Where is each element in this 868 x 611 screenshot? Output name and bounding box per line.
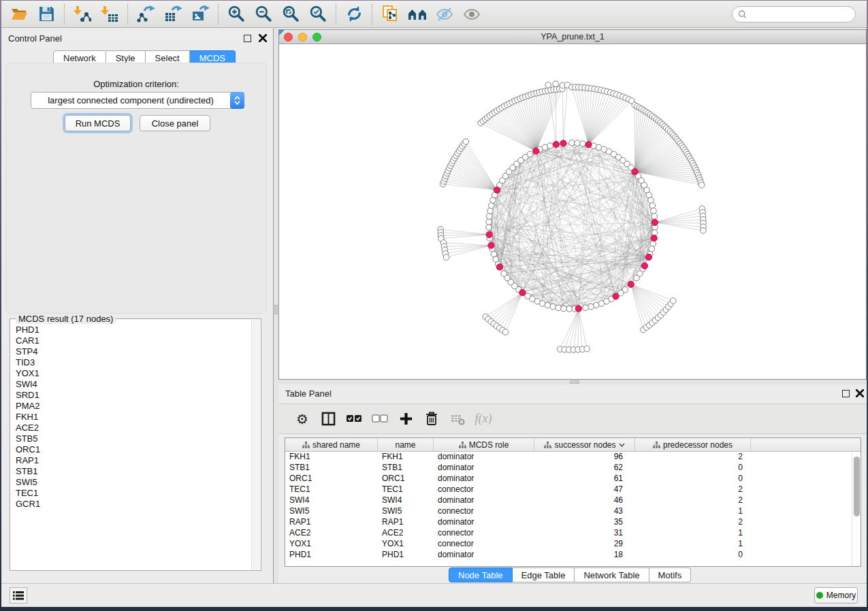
- mcds-result-item[interactable]: STP4: [16, 346, 251, 357]
- cell-shared-name: ORC1: [285, 474, 378, 484]
- zoom-out-icon[interactable]: [250, 3, 277, 25]
- table-row[interactable]: SWI5SWI5connector431: [285, 506, 861, 517]
- network-window-titlebar[interactable]: YPA_prune.txt_1: [279, 30, 866, 44]
- mcds-result-item[interactable]: PMA2: [16, 401, 251, 412]
- column-label: successor nodes: [554, 440, 615, 450]
- tab-network-table[interactable]: Network Table: [575, 567, 649, 582]
- splitter-grip[interactable]: [570, 380, 579, 384]
- criterion-dropdown[interactable]: largest connected component (undirected): [31, 92, 244, 109]
- zoom-selected-icon[interactable]: [304, 3, 332, 25]
- mcds-result-item[interactable]: TEC1: [16, 488, 251, 499]
- export-image-icon[interactable]: [187, 3, 214, 25]
- save-session-icon[interactable]: [33, 3, 60, 25]
- mcds-result-item[interactable]: SWI5: [16, 477, 251, 488]
- mcds-result-item[interactable]: FKH1: [16, 412, 251, 423]
- mcds-result-item[interactable]: GCR1: [16, 499, 251, 510]
- cell-shared-name: SWI5: [285, 506, 378, 517]
- cell-successor-nodes: 35: [534, 517, 635, 528]
- table-row[interactable]: STB1STB1dominator620: [285, 463, 861, 474]
- hide-selection-icon[interactable]: [431, 3, 458, 25]
- column-label: predecessor nodes: [663, 440, 733, 450]
- float-panel-icon[interactable]: [842, 390, 850, 397]
- memory-button[interactable]: Memory: [814, 587, 858, 604]
- vertical-splitter[interactable]: [274, 28, 278, 583]
- close-panel-icon[interactable]: [259, 34, 267, 42]
- open-file-icon[interactable]: [5, 3, 33, 25]
- table-row[interactable]: ACE2ACE2connector311: [285, 528, 861, 539]
- table-row[interactable]: PHD1PHD1dominator180: [285, 550, 861, 561]
- cell-shared-name: SWI4: [285, 495, 378, 506]
- mcds-result-item[interactable]: ORC1: [16, 444, 251, 455]
- table-scrollbar[interactable]: [852, 452, 861, 566]
- tab-node-table[interactable]: Node Table: [449, 567, 513, 582]
- import-table-icon[interactable]: [96, 3, 123, 25]
- cell-shared-name: PHD1: [285, 550, 378, 561]
- cell-successor-nodes: 43: [534, 506, 635, 517]
- task-history-button[interactable]: [10, 587, 27, 604]
- delete-table-icon[interactable]: [445, 409, 470, 429]
- table-body: FKH1FKH1dominator962STB1STB1dominator620…: [285, 452, 861, 561]
- cell-MCDS-role: dominator: [434, 517, 534, 528]
- mcds-list-scrollbar[interactable]: [251, 320, 260, 569]
- mcds-result-item[interactable]: ACE2: [16, 423, 251, 433]
- zoom-fit-icon[interactable]: [277, 3, 304, 25]
- cell-predecessor-nodes: 2: [635, 495, 751, 506]
- clear-selection-icon[interactable]: [367, 409, 393, 429]
- close-panel-icon[interactable]: [856, 389, 864, 397]
- mcds-result-item[interactable]: SWI4: [16, 379, 251, 390]
- cell-MCDS-role: connector: [434, 528, 534, 539]
- show-columns-icon[interactable]: [315, 409, 341, 429]
- table-row[interactable]: SWI4SWI4dominator462: [285, 495, 861, 506]
- column-header-shared-name[interactable]: shared name: [285, 438, 378, 451]
- export-table-icon[interactable]: [159, 3, 187, 25]
- first-neighbors-icon[interactable]: [404, 3, 431, 25]
- table-row[interactable]: FKH1FKH1dominator962: [285, 452, 861, 463]
- zoom-in-icon[interactable]: [223, 3, 250, 25]
- mcds-result-item[interactable]: STB1: [16, 466, 251, 477]
- search-input[interactable]: [747, 8, 855, 20]
- tab-motifs[interactable]: Motifs: [649, 567, 692, 582]
- show-all-icon[interactable]: [458, 3, 485, 25]
- mcds-result-item[interactable]: STB5: [16, 433, 251, 444]
- float-panel-icon[interactable]: [244, 35, 251, 42]
- refresh-view-icon[interactable]: [340, 3, 368, 25]
- column-header-successor-nodes[interactable]: successor nodes: [534, 438, 635, 451]
- cell-shared-name: RAP1: [285, 517, 378, 528]
- mcds-result-item[interactable]: YOX1: [16, 368, 251, 379]
- column-header-name[interactable]: name: [378, 438, 434, 451]
- mcds-result-list[interactable]: PHD1CAR1STP4TID3YOX1SWI4SRD1PMA2FKH1ACE2…: [11, 325, 251, 569]
- tab-edge-table[interactable]: Edge Table: [513, 567, 575, 582]
- column-network-icon: [544, 442, 551, 448]
- close-panel-button[interactable]: Close panel: [140, 115, 210, 131]
- mcds-result-item[interactable]: TID3: [16, 357, 251, 368]
- delete-column-icon[interactable]: [419, 409, 445, 429]
- mcds-result-item[interactable]: SRD1: [16, 390, 251, 401]
- cell-name: TEC1: [378, 484, 434, 495]
- cell-successor-nodes: 96: [534, 452, 635, 463]
- run-mcds-button[interactable]: Run MCDS: [65, 115, 131, 131]
- mcds-result-item[interactable]: CAR1: [16, 335, 251, 346]
- table-row[interactable]: TEC1TEC1connector472: [285, 484, 861, 495]
- new-network-from-selection-icon[interactable]: [376, 3, 404, 25]
- function-builder-icon[interactable]: f(x): [470, 409, 496, 429]
- mcds-result-item[interactable]: PHD1: [16, 325, 251, 335]
- splitter-grip[interactable]: [274, 305, 278, 314]
- select-all-icon[interactable]: [341, 409, 367, 429]
- cell-successor-nodes: 47: [534, 484, 635, 495]
- table-row[interactable]: YOX1YOX1connector291: [285, 539, 861, 550]
- column-header-MCDS-role[interactable]: MCDS role: [434, 438, 534, 451]
- mcds-result-item[interactable]: RAP1: [16, 455, 251, 466]
- toolbar-separator: [64, 4, 65, 24]
- cell-successor-nodes: 18: [534, 550, 635, 561]
- table-row[interactable]: RAP1RAP1dominator352: [285, 517, 861, 528]
- import-network-icon[interactable]: [69, 3, 96, 25]
- column-header-predecessor-nodes[interactable]: predecessor nodes: [635, 438, 751, 451]
- search-box[interactable]: [732, 6, 856, 22]
- network-canvas[interactable]: [279, 44, 866, 379]
- table-row[interactable]: ORC1ORC1dominator610: [285, 474, 861, 484]
- horizontal-splitter[interactable]: [278, 380, 867, 384]
- scrollbar-thumb[interactable]: [854, 457, 860, 516]
- add-column-icon[interactable]: [393, 409, 419, 429]
- table-settings-icon[interactable]: ⚙: [289, 409, 315, 429]
- export-network-icon[interactable]: [132, 3, 159, 25]
